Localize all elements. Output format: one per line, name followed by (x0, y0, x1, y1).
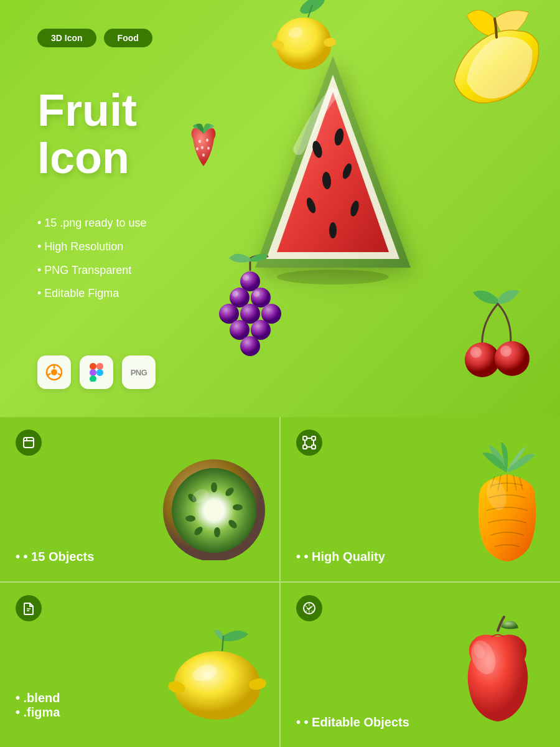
svg-line-3 (47, 374, 50, 375)
blender-icon (37, 355, 71, 389)
svg-point-23 (329, 222, 337, 238)
svg-point-27 (196, 148, 198, 151)
figma-label: • .figma (16, 705, 60, 720)
svg-rect-6 (96, 363, 103, 370)
blend-label: • .blend (16, 691, 60, 705)
svg-point-25 (206, 139, 208, 142)
svg-point-54 (233, 504, 243, 510)
svg-point-46 (500, 345, 511, 357)
cell-label-editable: • Editable Objects (296, 715, 409, 730)
svg-point-9 (96, 369, 103, 376)
svg-line-4 (58, 374, 61, 375)
svg-point-28 (207, 147, 210, 150)
svg-rect-8 (90, 375, 96, 382)
svg-point-24 (198, 140, 201, 143)
box-icon (16, 430, 42, 456)
svg-rect-63 (303, 445, 307, 449)
svg-point-29 (202, 154, 205, 157)
svg-point-43 (465, 342, 500, 377)
apple-fruit (445, 611, 551, 728)
figma-icon (80, 355, 113, 389)
cell-label-objects: • 15 Objects (16, 550, 94, 564)
svg-point-67 (174, 651, 261, 720)
svg-rect-64 (312, 445, 315, 449)
svg-point-42 (253, 291, 259, 297)
strawberry-fruit (184, 121, 224, 168)
feature-3: PNG Transparent (37, 259, 146, 283)
grid-cell-objects: • 15 Objects (0, 417, 280, 582)
pineapple-fruit (460, 442, 554, 569)
svg-rect-47 (24, 438, 34, 448)
lemon-fruit-cell (167, 623, 267, 722)
grapes-fruit (205, 249, 292, 355)
svg-point-58 (185, 515, 195, 522)
tags-row: 3D Icon Food (37, 29, 152, 47)
svg-point-40 (243, 275, 249, 281)
cell-label-blend: • .blend • .figma (16, 691, 60, 720)
cherries-fruit (448, 274, 541, 380)
svg-point-1 (51, 369, 57, 375)
svg-point-26 (201, 146, 203, 149)
grid-cell-quality: • High Quality (280, 417, 560, 582)
grid-cell-editable: • Editable Objects (280, 582, 560, 747)
cell-label-quality: • High Quality (296, 550, 385, 564)
tag-3d-icon: 3D Icon (37, 29, 96, 47)
hero-section: 3D Icon Food Fruit Icon 15 .png ready to… (0, 0, 560, 417)
svg-point-10 (297, 0, 327, 17)
tool-icons-row: PNG (37, 355, 156, 389)
svg-rect-61 (303, 436, 307, 440)
svg-point-51 (204, 500, 224, 520)
file-icon (16, 595, 42, 621)
tag-food: Food (104, 29, 152, 47)
svg-point-45 (470, 347, 482, 358)
vector-icon (296, 430, 322, 456)
grid-cell-blend: • .blend • .figma (0, 582, 280, 747)
svg-point-52 (211, 482, 217, 492)
feature-2: High Resolution (37, 235, 146, 259)
png-icon: PNG (122, 355, 156, 389)
kiwi-fruit (158, 451, 270, 563)
edit-icon (296, 595, 322, 621)
svg-point-56 (214, 527, 220, 537)
features-grid: • 15 Objects (0, 417, 560, 747)
hero-title: Fruit Icon (37, 87, 137, 181)
banana-fruit (442, 0, 541, 112)
svg-rect-5 (90, 363, 96, 370)
svg-rect-7 (90, 369, 96, 376)
svg-rect-62 (312, 436, 315, 440)
feature-4: Editable Figma (37, 282, 146, 306)
feature-list: 15 .png ready to use High Resolution PNG… (37, 212, 146, 306)
feature-1: 15 .png ready to use (37, 212, 146, 235)
svg-point-44 (495, 341, 530, 376)
svg-point-39 (240, 336, 260, 356)
svg-point-41 (232, 291, 238, 297)
